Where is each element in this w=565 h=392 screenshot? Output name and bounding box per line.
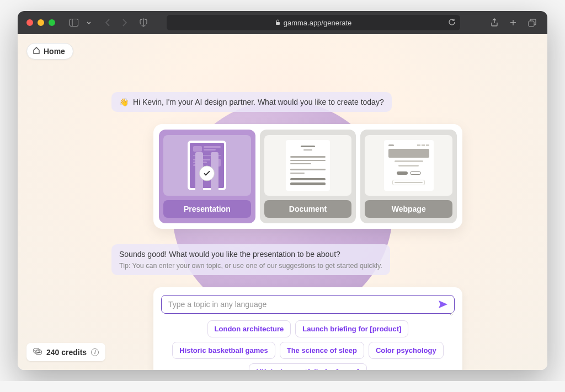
input-panel: London architecture Launch briefing for … xyxy=(153,287,462,370)
followup-question: Sounds good! What would you like the pre… xyxy=(119,250,382,259)
main-content: 👋 Hi Kevin, I'm your AI design partner. … xyxy=(128,34,437,370)
followup-bubble: Sounds good! What would you like the pre… xyxy=(111,244,390,275)
coins-icon xyxy=(33,347,42,357)
document-preview xyxy=(264,135,352,196)
info-icon[interactable]: i xyxy=(91,348,99,356)
suggestion-chip[interactable]: Color psychology xyxy=(369,342,444,359)
maximize-window-button[interactable] xyxy=(49,19,55,26)
resize-handle[interactable] xyxy=(449,308,453,312)
traffic-lights xyxy=(26,19,55,26)
back-button[interactable] xyxy=(100,16,114,29)
type-selector: Presentation xyxy=(153,124,462,229)
new-tab-icon[interactable] xyxy=(507,16,520,29)
browser-bar: gamma.app/generate xyxy=(18,11,547,34)
url-text: gamma.app/generate xyxy=(284,19,352,27)
home-button[interactable]: Home xyxy=(26,43,73,60)
credits-text: 240 credits xyxy=(46,348,87,357)
topic-input[interactable] xyxy=(168,300,439,309)
greeting-text: Hi Kevin, I'm your AI design partner. Wh… xyxy=(133,98,384,106)
document-label: Document xyxy=(264,200,352,218)
send-button[interactable] xyxy=(439,300,447,308)
svg-rect-6 xyxy=(529,21,534,26)
share-icon[interactable] xyxy=(488,16,501,29)
credits-badge[interactable]: 240 credits i xyxy=(26,343,105,361)
browser-left-controls xyxy=(67,16,131,29)
presentation-label: Presentation xyxy=(163,200,251,218)
app-content: Home 240 credits i 👋 Hi Kevin, I'm your … xyxy=(18,34,547,370)
suggestion-chip[interactable]: Historic basketball games xyxy=(172,342,275,359)
close-window-button[interactable] xyxy=(26,19,33,26)
home-icon xyxy=(33,47,40,56)
suggestion-chip[interactable]: London architecture xyxy=(207,320,291,337)
suggestion-chip[interactable]: UX design portfolio for [name] xyxy=(249,363,366,370)
minimize-window-button[interactable] xyxy=(38,19,44,26)
refresh-icon[interactable] xyxy=(448,18,456,28)
sidebar-icon[interactable] xyxy=(67,16,81,29)
browser-window: gamma.app/generate Home xyxy=(18,11,547,370)
svg-line-10 xyxy=(451,314,453,315)
dropdown-icon[interactable] xyxy=(85,16,93,29)
check-icon xyxy=(199,165,215,181)
shield-icon[interactable] xyxy=(137,16,150,29)
lock-icon xyxy=(275,19,280,26)
svg-rect-3 xyxy=(276,22,280,25)
tabs-icon[interactable] xyxy=(525,16,539,29)
topic-input-wrap xyxy=(161,295,455,314)
suggestion-chip[interactable]: Launch briefing for [product] xyxy=(295,320,408,337)
webpage-preview xyxy=(365,135,452,196)
type-card-presentation[interactable]: Presentation xyxy=(159,130,255,223)
svg-rect-0 xyxy=(70,19,78,26)
wave-emoji: 👋 xyxy=(119,98,129,106)
webpage-label: Webpage xyxy=(365,200,452,218)
type-card-webpage[interactable]: Webpage xyxy=(360,130,457,223)
suggestion-chip[interactable]: The science of sleep xyxy=(280,342,364,359)
url-bar[interactable]: gamma.app/generate xyxy=(167,15,460,30)
suggestions: London architecture Launch briefing for … xyxy=(161,320,455,370)
home-label: Home xyxy=(44,47,65,56)
browser-right-controls xyxy=(488,16,539,29)
type-card-document[interactable]: Document xyxy=(260,130,356,223)
forward-button[interactable] xyxy=(118,16,131,29)
greeting-bubble: 👋 Hi Kevin, I'm your AI design partner. … xyxy=(111,92,392,112)
svg-line-9 xyxy=(450,312,453,315)
followup-tip: Tip: You can enter your own topic, or us… xyxy=(119,262,382,270)
